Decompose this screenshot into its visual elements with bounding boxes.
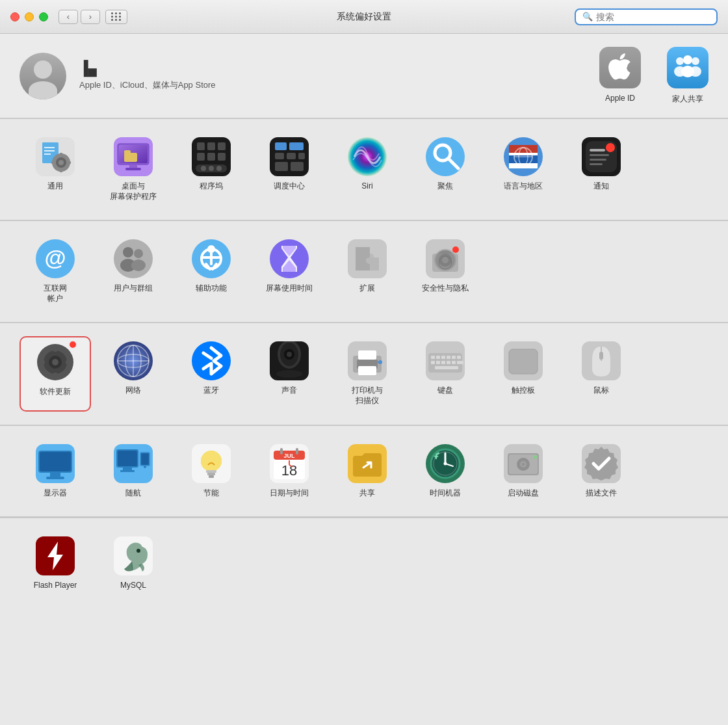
svg-rect-44 xyxy=(275,162,288,171)
sidebar-item-sharing[interactable]: 共享 xyxy=(332,439,403,504)
svg-point-37 xyxy=(216,166,222,171)
sidebar-item-timemachine[interactable]: 时间机器 xyxy=(410,439,481,504)
nav-buttons: ‹ › xyxy=(58,10,100,24)
sidebar-item-desktop[interactable]: 桌面与屏幕保护程序 xyxy=(98,132,169,207)
svg-point-121 xyxy=(378,360,382,364)
svg-point-4 xyxy=(692,57,699,65)
sidebar-item-screentime[interactable]: 屏幕使用时间 xyxy=(254,234,325,309)
svg-rect-17 xyxy=(51,161,55,164)
sidebar-item-users[interactable]: 用户与群组 xyxy=(98,234,169,309)
sidebar-item-siri[interactable]: Siri xyxy=(332,132,403,207)
back-button[interactable]: ‹ xyxy=(58,10,78,24)
sidebar-item-mouse[interactable]: 鼠标 xyxy=(566,336,637,411)
sidebar-item-accessibility[interactable]: 辅助功能 xyxy=(176,234,247,309)
apple-id-label: Apple ID xyxy=(605,94,635,103)
maximize-button[interactable] xyxy=(39,12,48,21)
svg-point-14 xyxy=(58,160,64,165)
svg-rect-9 xyxy=(44,147,55,148)
sidebar-item-network[interactable]: 网络 xyxy=(98,336,169,411)
security-label: 安全性与隐私 xyxy=(422,283,469,294)
notifications-label: 通知 xyxy=(593,181,609,192)
sidebar-item-mission[interactable]: 调度中心 xyxy=(254,132,325,207)
sound-label: 声音 xyxy=(281,386,297,396)
sidebar-item-flash[interactable]: Flash Player xyxy=(20,531,91,596)
svg-point-93 xyxy=(52,359,58,365)
svg-point-68 xyxy=(114,239,153,278)
sidebar-item-bluetooth[interactable]: 蓝牙 xyxy=(176,336,247,411)
sidebar-item-spotlight[interactable]: 聚焦 xyxy=(410,132,481,207)
sidebar-item-internet[interactable]: @ 互联网帐户 xyxy=(20,234,91,309)
svg-rect-28 xyxy=(197,142,205,150)
svg-rect-18 xyxy=(67,161,71,164)
svg-rect-64 xyxy=(590,159,606,161)
svg-rect-166 xyxy=(280,448,283,455)
sidebar-item-datetime[interactable]: JUL 18 日期与时间 xyxy=(254,439,325,504)
svg-rect-94 xyxy=(53,345,57,352)
extensions-label: 扩展 xyxy=(359,283,375,294)
sidebar-item-general[interactable]: 通用 xyxy=(20,132,91,207)
svg-point-61 xyxy=(606,143,615,152)
software-label: 软件更新 xyxy=(40,387,71,397)
family-sharing-item[interactable]: 家人共享 xyxy=(667,47,708,105)
svg-point-113 xyxy=(287,352,292,357)
svg-rect-63 xyxy=(590,154,609,156)
close-button[interactable] xyxy=(10,12,20,21)
search-input[interactable] xyxy=(596,12,710,22)
sidebar-item-energy[interactable]: 节能 xyxy=(176,439,247,504)
sidebar-item-displays[interactable]: 显示器 xyxy=(20,439,91,504)
sidebar-item-extensions[interactable]: 扩展 xyxy=(332,234,403,309)
internet-label: 互联网帐户 xyxy=(44,283,67,304)
svg-rect-65 xyxy=(590,163,603,165)
svg-rect-136 xyxy=(435,366,458,369)
section-accounts: @ 互联网帐户 用户与群组 xyxy=(0,221,728,323)
profile-description: Apple ID、iCloud、媒体与App Store xyxy=(79,79,216,91)
apple-id-item[interactable]: Apple ID xyxy=(599,47,641,105)
sidebar-item-mysql[interactable]: MySQL xyxy=(98,531,169,596)
svg-point-36 xyxy=(209,166,214,171)
svg-rect-42 xyxy=(287,153,296,159)
icon-grid-2: @ 互联网帐户 用户与群组 xyxy=(20,234,708,309)
dock-label: 程序坞 xyxy=(200,181,223,192)
sidebar-item-security[interactable]: 安全性与隐私 xyxy=(410,234,481,309)
svg-rect-131 xyxy=(436,361,440,364)
search-icon: 🔍 xyxy=(582,12,593,21)
sidebar-item-language[interactable]: 语言与地区 xyxy=(488,132,559,207)
avatar[interactable] xyxy=(20,53,66,99)
minimize-button[interactable] xyxy=(25,12,34,21)
icon-grid-4: 显示器 随航 xyxy=(20,439,708,504)
sidebar-item-profiles[interactable]: 描述文件 xyxy=(566,439,637,504)
svg-point-0 xyxy=(676,57,684,65)
svg-rect-150 xyxy=(118,451,137,466)
sidebar-item-sidecar[interactable]: 随航 xyxy=(98,439,169,504)
section-system: 显示器 随航 xyxy=(0,426,728,518)
sidebar-item-software[interactable]: 软件更新 xyxy=(20,336,91,411)
desktop-label: 桌面与屏幕保护程序 xyxy=(110,181,157,202)
svg-rect-138 xyxy=(509,349,538,374)
svg-rect-152 xyxy=(120,470,135,472)
forward-button[interactable]: › xyxy=(81,10,100,24)
update-badge xyxy=(68,340,77,349)
svg-rect-129 xyxy=(457,356,461,359)
general-label: 通用 xyxy=(47,181,63,192)
sidebar-item-notifications[interactable]: 通知 xyxy=(566,132,637,207)
sidebar-item-printers[interactable]: 打印机与扫描仪 xyxy=(332,336,403,411)
flash-label: Flash Player xyxy=(34,581,77,591)
icon-grid-3: 软件更新 xyxy=(20,336,708,411)
svg-rect-118 xyxy=(358,350,376,360)
printers-label: 打印机与扫描仪 xyxy=(352,386,383,406)
svg-rect-26 xyxy=(124,150,131,154)
icon-grid-1: 通用 xyxy=(20,132,708,207)
sidebar-item-trackpad[interactable]: 触控板 xyxy=(488,336,559,411)
svg-rect-43 xyxy=(298,153,305,159)
svg-rect-135 xyxy=(457,361,463,364)
sidebar-item-startup[interactable]: 启动磁盘 xyxy=(488,439,559,504)
sidebar-item-dock[interactable]: 程序坞 xyxy=(176,132,247,207)
sidebar-item-keyboard[interactable]: 键盘 xyxy=(410,336,481,411)
sidebar-item-sound[interactable]: 声音 xyxy=(254,336,325,411)
grid-view-button[interactable] xyxy=(105,10,127,24)
svg-point-120 xyxy=(374,360,378,364)
section-hardware: 软件更新 xyxy=(0,323,728,425)
svg-point-185 xyxy=(533,455,537,459)
svg-rect-40 xyxy=(289,142,304,150)
search-box[interactable]: 🔍 xyxy=(575,8,718,25)
